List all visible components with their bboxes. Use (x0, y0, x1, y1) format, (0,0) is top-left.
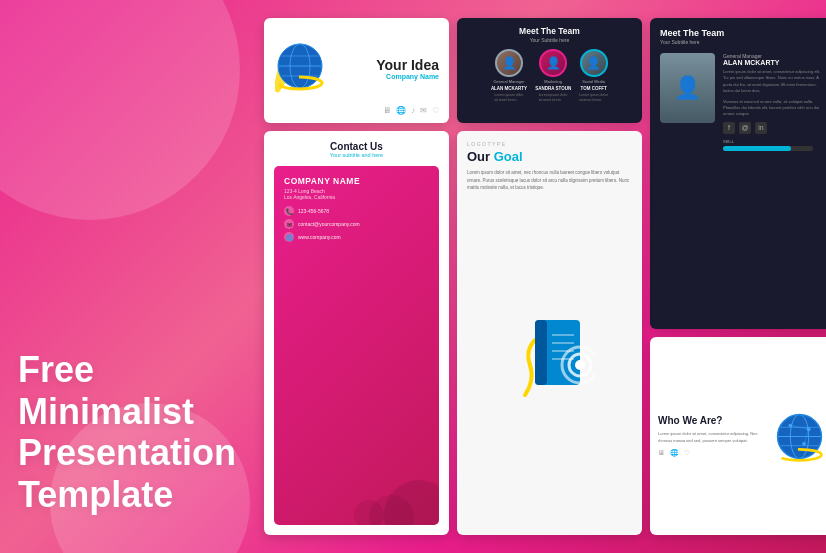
avatar-1: 👤 (495, 49, 523, 77)
team-member-2: 👤 Marketing SANDRA STOUN Lorem ipsum dol… (535, 49, 571, 103)
slide-who-we-are[interactable]: Who We Are? Lorem ipsum dolor sit amet, … (650, 337, 826, 535)
who-globe (772, 409, 826, 464)
meet-team-dark-subtitle: Your Subtitle here (465, 37, 634, 43)
social-icons: f @ in (723, 122, 825, 134)
monitor-icon: 🖥 (383, 106, 391, 115)
contact-subtitle: Your subtitle and here (274, 152, 439, 158)
person-large-area: 👤 General Manager ALAN MCKARTY Lorem ips… (660, 53, 825, 151)
goal-badge: LOGOTYPE (467, 141, 632, 147)
meet-team-dark-title: Meet The Team (465, 26, 634, 36)
company-name-subtitle: Company Name (376, 73, 439, 80)
details-1: Lorem ipsum dolorsit amet lorem. (495, 93, 524, 103)
person-name: ALAN MCKARTY (723, 59, 825, 66)
role-2: Marketing (544, 79, 562, 84)
team-member-1: 👤 General Manager ALAN MCKARTY Lorem ips… (491, 49, 527, 103)
goal-title-accent: Goal (494, 149, 523, 164)
contact-web-row: 🌐 www.company.com (284, 232, 429, 242)
meet-light-subtitle: Your Subtitle here (660, 39, 825, 45)
name-3: TOM COFFT (581, 86, 607, 91)
web-icon: 🌐 (284, 232, 294, 242)
skill-bar-fill (723, 146, 791, 151)
slides-grid: Your Idea Company Name 🖥 🌐 ♪ ✉ ♡ Meet Th… (264, 18, 826, 535)
who-body: Lorem ipsum dolor sit amet, consectetur … (658, 431, 766, 444)
contact-website: www.company.com (298, 234, 341, 240)
slide-our-goal[interactable]: LOGOTYPE Our Goal Lorem ipsum dolor sit … (457, 131, 642, 535)
avatar-3: 👤 (580, 49, 608, 77)
instagram-icon[interactable]: @ (739, 122, 751, 134)
who-icons: 🖥 🌐 ♡ (658, 449, 766, 457)
person-large-avatar: 👤 (660, 53, 715, 123)
who-title: Who We Are? (658, 415, 766, 427)
slide-contact[interactable]: Contact Us Your subtitle and here COMPAN… (264, 131, 449, 535)
contact-email: contact@yourcompany.com (298, 221, 360, 227)
contact-phone-row: 📞 123-456-5678 (284, 206, 429, 216)
notebook-visual (505, 310, 595, 414)
details-2: Lorem ipsum dolorsit amet lorem. (539, 93, 568, 103)
globe-icon: 🌐 (396, 106, 406, 115)
contact-phone: 123-456-5678 (298, 208, 329, 214)
contact-card: COMPANY NAME 123-4 Long BeachLos Angeles… (274, 166, 439, 525)
heart-icon-who: ♡ (684, 449, 690, 457)
slide-meet-team-light[interactable]: Meet The Team Your Subtitle here 👤 Gener… (650, 18, 826, 329)
slide-your-idea[interactable]: Your Idea Company Name 🖥 🌐 ♪ ✉ ♡ (264, 18, 449, 123)
email-icon: ✉ (420, 106, 427, 115)
goal-title: Our Goal (467, 149, 632, 164)
who-text: Who We Are? Lorem ipsum dolor sit amet, … (658, 415, 766, 457)
team-member-3: 👤 Social Media TOM COFFT Lorem ipsum dol… (579, 49, 608, 103)
goal-body: Lorem ipsum dolor sit amet, nec rhoncus … (467, 169, 632, 192)
globe-icon-who: 🌐 (670, 449, 679, 457)
avatar-2: 👤 (539, 49, 567, 77)
music-icon: ♪ (411, 106, 415, 115)
linkedin-icon[interactable]: in (755, 122, 767, 134)
svg-point-15 (575, 360, 585, 370)
details-3: Lorem ipsum dolorsit amet lorem. (579, 93, 608, 103)
idea-icons-row: 🖥 🌐 ♪ ✉ ♡ (383, 106, 439, 115)
slide-meet-team-dark[interactable]: Meet The Team Your Subtitle here 👤 Gener… (457, 18, 642, 123)
person-bio: Lorem ipsum dolor sit amet, consectetur … (723, 69, 825, 95)
email-icon-card: ✉ (284, 219, 294, 229)
your-idea-title: Your Idea (376, 57, 439, 73)
contact-title: Contact Us (274, 141, 439, 152)
meet-light-title: Meet The Team (660, 28, 825, 38)
goal-image-area (467, 200, 632, 525)
skill-label: SKILL (723, 139, 825, 144)
name-2: SANDRA STOUN (535, 86, 571, 91)
skill-bar-bg (723, 146, 813, 151)
facebook-icon[interactable]: f (723, 122, 735, 134)
svg-rect-8 (535, 320, 547, 385)
role-3: Social Media (582, 79, 605, 84)
globe-decoration (270, 36, 330, 106)
card-circle-3 (354, 500, 384, 525)
contact-address: 123-4 Long BeachLos Angeles, California (284, 188, 429, 200)
name-1: ALAN MCKARTY (491, 86, 527, 91)
phone-icon: 📞 (284, 206, 294, 216)
contact-email-row: ✉ contact@yourcompany.com (284, 219, 429, 229)
team-avatars-row: 👤 General Manager ALAN MCKARTY Lorem ips… (465, 49, 634, 103)
person-extra: Vivamus et euismod ornare nulla, sit vol… (723, 99, 825, 117)
right-bottom-stack: Who We Are? Lorem ipsum dolor sit amet, … (650, 337, 826, 535)
person-large-details: General Manager ALAN MCKARTY Lorem ipsum… (723, 53, 825, 151)
skill-area: SKILL (723, 139, 825, 151)
idea-text-area: Your Idea Company Name (376, 57, 439, 80)
contact-header: Contact Us Your subtitle and here (274, 141, 439, 158)
contact-company: COMPANY NAME (284, 176, 429, 186)
role-1: General Manager (493, 79, 524, 84)
monitor-icon-who: 🖥 (658, 449, 665, 457)
heart-icon: ♡ (432, 106, 439, 115)
